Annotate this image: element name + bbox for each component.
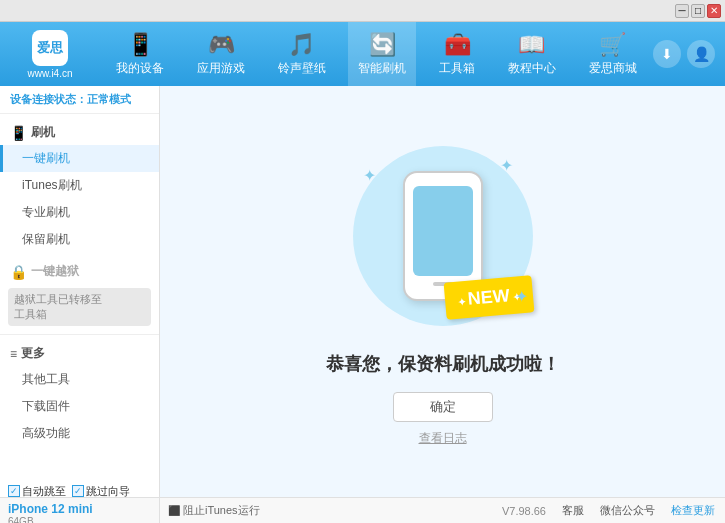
nav-actions: ⬇ 👤 [653, 40, 725, 68]
status-label: 设备连接状态： [10, 93, 87, 105]
wechat-public-link[interactable]: 微信公众号 [600, 503, 655, 518]
itunes-status: ⬛ 阻止iTunes运行 [160, 503, 260, 518]
sidebar-item-advanced[interactable]: 高级功能 [0, 420, 159, 447]
confirm-button[interactable]: 确定 [393, 392, 493, 422]
auto-jump-cb-icon: ✓ [8, 485, 20, 497]
nav-ringtone[interactable]: 🎵 铃声壁纸 [268, 22, 336, 86]
device-info: iPhone 12 mini 64GB Down-12mini-13.1 [8, 502, 130, 524]
user-button[interactable]: 👤 [687, 40, 715, 68]
title-bar: ─ □ ✕ [0, 0, 725, 22]
phone-illustration-wrapper: ✦ ✦ NEW ✦ [343, 136, 543, 336]
more-label: 更多 [21, 345, 45, 362]
bottom-right: V7.98.66 客服 微信公众号 检查更新 [438, 503, 726, 518]
section-more-header: ≡ 更多 [0, 339, 159, 366]
version-text: V7.98.66 [502, 505, 546, 517]
skip-wizard-checkbox[interactable]: ✓ 跳过向导 [72, 484, 130, 499]
sidebar-item-save-flash[interactable]: 保留刷机 [0, 226, 159, 253]
sparkle-br: ✦ [515, 287, 528, 306]
auto-jump-checkbox[interactable]: ✓ 自动跳至 [8, 484, 66, 499]
auto-jump-label: 自动跳至 [22, 484, 66, 499]
taobao-icon: 🛒 [599, 32, 626, 58]
main: 设备连接状态：正常模式 📱 刷机 一键刷机 iTunes刷机 专业刷机 保留刷机… [0, 86, 725, 497]
bottom-left: ✓ 自动跳至 ✓ 跳过向导 iPhone 12 mini 64GB Down-1… [0, 482, 160, 524]
check-update-link[interactable]: 检查更新 [671, 503, 715, 518]
sidebar: 设备连接状态：正常模式 📱 刷机 一键刷机 iTunes刷机 专业刷机 保留刷机… [0, 86, 160, 497]
nav-tutorials[interactable]: 📖 教程中心 [498, 22, 566, 86]
itunes-label: 阻止iTunes运行 [183, 503, 260, 518]
nav-taobao[interactable]: 🛒 爱思商城 [579, 22, 647, 86]
nav-taobao-label: 爱思商城 [589, 60, 637, 77]
nav-items: 📱 我的设备 🎮 应用游戏 🎵 铃声壁纸 🔄 智能刷机 🧰 工具箱 📖 教程中心… [100, 22, 653, 86]
status-value: 正常模式 [87, 93, 131, 105]
jailbreak-note-text: 越狱工具已转移至工具箱 [14, 293, 102, 320]
skip-wizard-cb-icon: ✓ [72, 485, 84, 497]
sidebar-item-other-tools[interactable]: 其他工具 [0, 366, 159, 393]
content-area: ✦ ✦ NEW ✦ 恭喜您，保资料刷机成功啦！ 确定 查看日志 [160, 86, 725, 497]
download-button[interactable]: ⬇ [653, 40, 681, 68]
flash-section-label: 刷机 [31, 124, 55, 141]
jailbreak-label: 一键越狱 [31, 263, 79, 280]
nav-toolbox-label: 工具箱 [439, 60, 475, 77]
sidebar-item-pro-flash[interactable]: 专业刷机 [0, 199, 159, 226]
my-device-icon: 📱 [127, 32, 154, 58]
close-button[interactable]: ✕ [707, 4, 721, 18]
toolbox-icon: 🧰 [444, 32, 471, 58]
maximize-button[interactable]: □ [691, 4, 705, 18]
nav-smart-flash-label: 智能刷机 [358, 60, 406, 77]
bottom-bar: ✓ 自动跳至 ✓ 跳过向导 iPhone 12 mini 64GB Down-1… [0, 497, 725, 523]
nav-apps-games-label: 应用游戏 [197, 60, 245, 77]
skip-wizard-label: 跳过向导 [86, 484, 130, 499]
sparkle-tr: ✦ [500, 156, 513, 175]
bottom-content: ⬛ 阻止iTunes运行 [160, 503, 438, 518]
nav-my-device-label: 我的设备 [116, 60, 164, 77]
minimize-button[interactable]: ─ [675, 4, 689, 18]
jailbreak-icon: 🔒 [10, 264, 27, 280]
nav-apps-games[interactable]: 🎮 应用游戏 [187, 22, 255, 86]
tutorials-icon: 📖 [518, 32, 545, 58]
sidebar-item-itunes-flash[interactable]: iTunes刷机 [0, 172, 159, 199]
logo-icon: 爱思 [32, 30, 68, 66]
sparkle-tl: ✦ [363, 166, 376, 185]
success-message: 恭喜您，保资料刷机成功啦！ [326, 352, 560, 376]
ringtone-icon: 🎵 [288, 32, 315, 58]
device-name: iPhone 12 mini [8, 502, 130, 516]
header: 爱思 www.i4.cn 📱 我的设备 🎮 应用游戏 🎵 铃声壁纸 🔄 智能刷机… [0, 22, 725, 86]
phone-screen [413, 186, 473, 276]
nav-tutorials-label: 教程中心 [508, 60, 556, 77]
apps-games-icon: 🎮 [208, 32, 235, 58]
sidebar-divider [0, 334, 159, 335]
customer-service-link[interactable]: 客服 [562, 503, 584, 518]
section-jailbreak-header: 🔒 一键越狱 [0, 257, 159, 284]
sidebar-status: 设备连接状态：正常模式 [0, 86, 159, 114]
nav-ringtone-label: 铃声壁纸 [278, 60, 326, 77]
more-header-symbol: ≡ [10, 347, 17, 361]
stop-icon: ⬛ [168, 505, 180, 516]
flash-section-icon: 📱 [10, 125, 27, 141]
logo-url: www.i4.cn [27, 68, 72, 79]
review-log-link[interactable]: 查看日志 [419, 430, 467, 447]
jailbreak-note: 越狱工具已转移至工具箱 [8, 288, 151, 326]
nav-my-device[interactable]: 📱 我的设备 [106, 22, 174, 86]
smart-flash-icon: 🔄 [369, 32, 396, 58]
section-flash-header: 📱 刷机 [0, 118, 159, 145]
logo-area[interactable]: 爱思 www.i4.cn [0, 22, 100, 86]
sidebar-item-one-key-flash[interactable]: 一键刷机 [0, 145, 159, 172]
sidebar-item-download-firmware[interactable]: 下载固件 [0, 393, 159, 420]
device-storage: 64GB [8, 516, 130, 524]
nav-smart-flash[interactable]: 🔄 智能刷机 [348, 22, 416, 86]
nav-toolbox[interactable]: 🧰 工具箱 [429, 22, 485, 86]
